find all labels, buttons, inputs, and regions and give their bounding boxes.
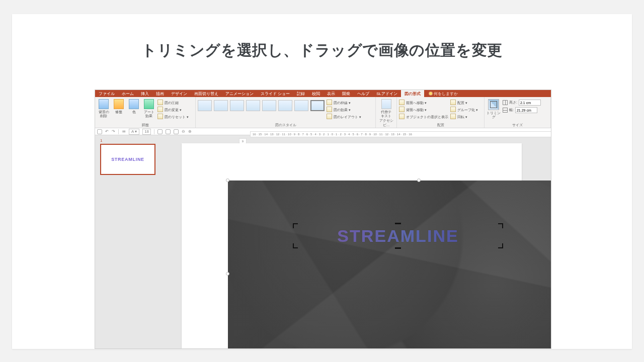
paste-icon[interactable] <box>157 129 163 134</box>
redo-icon[interactable]: ↷ <box>112 129 115 134</box>
tab-sladdin[interactable]: SLアドイン <box>373 90 401 97</box>
tab-animations[interactable]: アニメーション <box>222 90 257 97</box>
powerpoint-window: ファイル ホーム 挿入 描画 デザイン 画面切り替え アニメーション スライド … <box>95 89 551 349</box>
style-swatch[interactable] <box>294 100 308 111</box>
crop-label: トリミング <box>487 111 501 119</box>
group-button[interactable]: グループ化 ▾ <box>450 107 478 113</box>
artistic-icon <box>144 99 154 109</box>
horizontal-ruler: 16 · 15 · 14 · 13 · 12 · 11 · 10 · 9 · 8… <box>250 131 551 137</box>
tab-insert[interactable]: 挿入 <box>137 90 152 97</box>
corrections-label: 修整 <box>115 110 122 114</box>
tab-transitions[interactable]: 画面切り替え <box>191 90 222 97</box>
style-swatch[interactable] <box>246 100 260 111</box>
style-swatch[interactable] <box>262 100 276 111</box>
font-size-box[interactable]: 18 <box>142 129 151 135</box>
bulb-icon <box>429 92 432 95</box>
style-gallery[interactable] <box>198 98 325 111</box>
arrange-col1: 前面へ移動 ▾ 背面へ移動 ▾ オブジェクトの選択と表示 <box>399 98 448 120</box>
crop-button[interactable]: トリミング <box>487 98 501 119</box>
group-styles-label: 図のスタイル <box>196 123 375 128</box>
color-button[interactable]: 色 <box>127 98 140 114</box>
edit-area: 1 STREAMLINE 16 · 15 · 14 · 13 · 12 · 11… <box>95 135 551 348</box>
tab-draw[interactable]: 描画 <box>152 90 168 97</box>
artistic-button[interactable]: アート効果 <box>142 98 155 118</box>
corrections-icon <box>114 99 124 109</box>
tab-slideshow[interactable]: スライド ショー <box>257 90 293 97</box>
style-swatch[interactable] <box>214 100 228 111</box>
thumb-number: 1 <box>100 138 160 143</box>
align-icon[interactable] <box>174 129 179 134</box>
page-title: トリミングを選択し、ドラッグで画像の位置を変更 <box>12 40 632 61</box>
undo-icon[interactable]: ↶ <box>105 129 109 134</box>
tab-view[interactable]: 表示 <box>324 90 339 97</box>
crop-area[interactable]: STREAMLINE <box>293 224 503 248</box>
cut-icon[interactable] <box>166 129 171 134</box>
tab-developer[interactable]: 開発 <box>339 90 354 97</box>
style-swatch[interactable] <box>278 100 292 111</box>
alt-text-label: 代替テ キスト <box>381 110 391 118</box>
picture-border-button[interactable]: 図の枠線 ▾ <box>327 100 361 106</box>
tab-file[interactable]: ファイル <box>95 90 118 97</box>
size-fields: 高さ: 幅: <box>503 98 541 113</box>
tab-review[interactable]: 校閲 <box>308 90 324 97</box>
change-picture-button[interactable]: 図の変更 ▾ <box>157 107 189 113</box>
thumb-1[interactable]: 1 STREAMLINE <box>100 138 160 175</box>
save-icon[interactable] <box>97 129 102 134</box>
tab-home[interactable]: ホーム <box>118 90 137 97</box>
color-label: 色 <box>132 110 136 114</box>
tab-design[interactable]: デザイン <box>168 90 191 97</box>
height-label: 高さ: <box>509 100 517 105</box>
width-input[interactable] <box>515 107 537 113</box>
tell-me-search[interactable]: 何をしますか <box>429 90 458 97</box>
group-arrange-label: 配置 <box>397 123 484 128</box>
crop-icon <box>488 99 499 110</box>
corrections-button[interactable]: 修整 <box>112 98 125 114</box>
rotate-button[interactable]: 回転 ▾ <box>450 114 478 120</box>
picture-effects-button[interactable]: 図の効果 ▾ <box>327 107 361 113</box>
arrange-col2: 配置 ▾ グループ化 ▾ 回転 ▾ <box>450 98 478 120</box>
resize-handle[interactable] <box>226 272 229 276</box>
alt-text-button[interactable]: 代替テ キスト <box>378 98 394 118</box>
resize-handle[interactable] <box>226 178 229 182</box>
bullets-icon[interactable]: ≔ <box>122 129 126 134</box>
adjust-cmdlist: 図の圧縮 図の変更 ▾ 図のリセット ▾ <box>157 98 189 120</box>
picture-layout-button[interactable]: 図のレイアウト ▾ <box>327 114 361 120</box>
style-swatch[interactable] <box>198 100 212 111</box>
group-adjust-label: 調整 <box>95 123 195 128</box>
slide-title-text: STREAMLINE <box>293 224 503 248</box>
thumb-text: STREAMLINE <box>111 157 144 162</box>
send-back-button[interactable]: 背面へ移動 ▾ <box>399 107 448 113</box>
artistic-label: アート効果 <box>142 110 155 118</box>
tab-record[interactable]: 記録 <box>293 90 308 97</box>
ribbon-tabs: ファイル ホーム 挿入 描画 デザイン 画面切り替え アニメーション スライド … <box>95 90 551 97</box>
tell-me-label: 何をしますか <box>434 91 458 97</box>
slide[interactable]: STREAMLINE <box>182 143 522 349</box>
remove-bg-label: 背景の 削除 <box>99 110 109 118</box>
compress-button[interactable]: 図の圧縮 <box>157 100 189 106</box>
style-swatch[interactable] <box>230 100 244 111</box>
resize-handle[interactable] <box>417 178 421 182</box>
font-box[interactable]: A ▾ <box>129 129 139 135</box>
height-icon <box>503 100 508 105</box>
bring-front-button[interactable]: 前面へ移動 ▾ <box>399 100 448 106</box>
align-button[interactable]: 配置 ▾ <box>450 100 478 106</box>
group-picture-styles: 図の枠線 ▾ 図の効果 ▾ 図のレイアウト ▾ 図のスタイル <box>196 97 376 128</box>
group-arrange: 前面へ移動 ▾ 背面へ移動 ▾ オブジェクトの選択と表示 配置 ▾ グループ化 … <box>397 97 485 128</box>
tutorial-card: トリミングを選択し、ドラッグで画像の位置を変更 ファイル ホーム 挿入 描画 デ… <box>12 14 632 349</box>
tab-help[interactable]: ヘルプ <box>354 90 373 97</box>
zoom-in-icon[interactable]: ⊕ <box>188 129 192 134</box>
selection-pane-button[interactable]: オブジェクトの選択と表示 <box>399 114 448 120</box>
zoom-out-icon[interactable]: ⊖ <box>182 129 185 134</box>
width-label: 幅: <box>509 108 514 113</box>
inserted-image[interactable]: STREAMLINE <box>228 180 551 349</box>
styles-cmdlist: 図の枠線 ▾ 図の効果 ▾ 図のレイアウト ▾ <box>327 98 361 120</box>
group-size: トリミング 高さ: 幅: <box>485 97 551 128</box>
width-icon <box>503 108 508 113</box>
remove-bg-button[interactable]: 背景の 削除 <box>97 98 110 118</box>
group-accessibility: 代替テ キスト アクセシビ… <box>376 97 397 128</box>
reset-picture-button[interactable]: 図のリセット ▾ <box>157 114 189 120</box>
height-input[interactable] <box>519 100 541 106</box>
tab-picture-format[interactable]: 図の形式 <box>401 90 424 97</box>
group-adjust: 背景の 削除 修整 色 アート効果 図の圧縮 <box>95 97 196 128</box>
style-swatch-selected[interactable] <box>310 100 325 111</box>
